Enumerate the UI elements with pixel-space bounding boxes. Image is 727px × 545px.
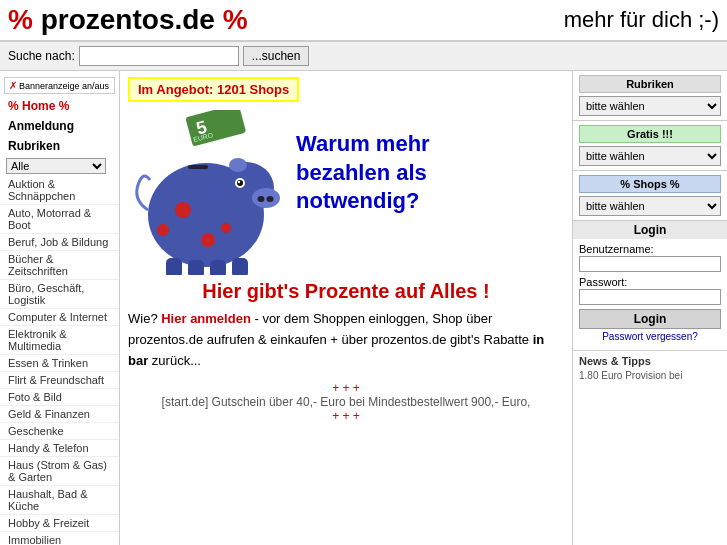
tagline: mehr für dich ;-) bbox=[564, 7, 719, 33]
description: Wie? Hier anmelden - vor dem Shoppen ein… bbox=[128, 309, 564, 371]
login-button[interactable]: Login bbox=[579, 309, 721, 329]
username-input[interactable] bbox=[579, 256, 721, 272]
username-label: Benutzername: bbox=[579, 243, 721, 255]
sidebar-nav-item[interactable]: Geschenke bbox=[0, 423, 119, 440]
svg-point-13 bbox=[175, 202, 191, 218]
gratis-dropdown[interactable]: bitte wählen bbox=[579, 146, 721, 166]
sidebar-nav-item[interactable]: Büro, Geschäft, Logistik bbox=[0, 280, 119, 309]
desc-end: zurück... bbox=[148, 353, 201, 368]
sidebar-nav-item[interactable]: Essen & Trinken bbox=[0, 355, 119, 372]
gratis-section-title: Gratis !!! bbox=[579, 125, 721, 143]
sidebar-nav-item[interactable]: Haushalt, Bad & Küche bbox=[0, 486, 119, 515]
sidebar-nav-item[interactable]: Hobby & Freizeit bbox=[0, 515, 119, 532]
sidebar: ✗ Banneranzeige an/aus % Home % Anmeldun… bbox=[0, 71, 120, 545]
sidebar-nav-item[interactable]: Beruf, Job & Bildung bbox=[0, 234, 119, 251]
svg-point-6 bbox=[258, 196, 265, 202]
home-link[interactable]: % Home % bbox=[0, 96, 119, 116]
forgot-password-link[interactable]: Passwort vergessen? bbox=[579, 331, 721, 342]
shops-dropdown[interactable]: bitte wählen bbox=[579, 196, 721, 216]
logo-percent2: % bbox=[223, 4, 248, 35]
search-button[interactable]: ...suchen bbox=[243, 46, 310, 66]
svg-rect-19 bbox=[210, 260, 226, 275]
logo-percent1: % bbox=[8, 4, 33, 35]
svg-point-15 bbox=[157, 224, 169, 236]
svg-point-16 bbox=[221, 223, 231, 233]
voucher-plus2: + + + bbox=[128, 409, 564, 423]
sidebar-nav-item[interactable]: Immobilien bbox=[0, 532, 119, 545]
svg-point-10 bbox=[238, 181, 240, 183]
svg-point-11 bbox=[229, 158, 247, 172]
banner-toggle[interactable]: ✗ Banneranzeige an/aus bbox=[4, 77, 115, 94]
banner-toggle-label: Banneranzeige an/aus bbox=[19, 81, 109, 91]
header: % prozentos.de % mehr für dich ;-) bbox=[0, 0, 727, 42]
center-content: Im Angebot: 1201 Shops 5 EURO bbox=[120, 71, 572, 545]
rubrik-section-title: Rubriken bbox=[579, 75, 721, 93]
svg-point-9 bbox=[237, 180, 243, 186]
searchbar: Suche nach: ...suchen bbox=[0, 42, 727, 71]
logo-text: prozentos.de bbox=[33, 4, 223, 35]
shops-section: % Shops % bitte wählen bbox=[573, 171, 727, 221]
search-input[interactable] bbox=[79, 46, 239, 66]
search-label: Suche nach: bbox=[8, 49, 75, 63]
svg-point-5 bbox=[252, 188, 280, 208]
piggy-bank-image: 5 EURO bbox=[128, 110, 288, 270]
sidebar-nav-item[interactable]: Flirt & Freundschaft bbox=[0, 372, 119, 389]
offer-banner: Im Angebot: 1201 Shops bbox=[128, 77, 299, 102]
rubrik-label: Rubriken bbox=[0, 136, 119, 156]
voucher-area: + + + [start.de] Gutschein über 40,- Eur… bbox=[128, 381, 564, 423]
why-text: Warum mehrbezahlen alsnotwendig? bbox=[296, 110, 430, 216]
sidebar-nav-item[interactable]: Elektronik & Multimedia bbox=[0, 326, 119, 355]
shops-section-title: % Shops % bbox=[579, 175, 721, 193]
sidebar-nav-item[interactable]: Geld & Finanzen bbox=[0, 406, 119, 423]
hier-anmelden-link[interactable]: Hier anmelden bbox=[161, 311, 251, 326]
logo: % prozentos.de % bbox=[8, 4, 248, 36]
gratis-section: Gratis !!! bitte wählen bbox=[573, 121, 727, 171]
sidebar-nav-item[interactable]: Auktion & Schnäppchen bbox=[0, 176, 119, 205]
center-top: 5 EURO bbox=[128, 110, 564, 270]
rubrik-dropdown[interactable]: Alle bbox=[6, 158, 106, 174]
svg-rect-12 bbox=[188, 165, 208, 169]
main-slogan: Hier gibt's Prozente auf Alles ! bbox=[128, 280, 564, 303]
sidebar-nav-item[interactable]: Bücher & Zeitschriften bbox=[0, 251, 119, 280]
sidebar-nav-item[interactable]: Computer & Internet bbox=[0, 309, 119, 326]
svg-point-14 bbox=[201, 233, 215, 247]
rubrik-section: Rubriken bitte wählen bbox=[573, 71, 727, 121]
right-panel: Rubriken bitte wählen Gratis !!! bitte w… bbox=[572, 71, 727, 545]
anmeldung-label: Anmeldung bbox=[0, 116, 119, 136]
voucher-text: [start.de] Gutschein über 40,- Euro bei … bbox=[128, 395, 564, 409]
sidebar-nav-item[interactable]: Haus (Strom & Gas) & Garten bbox=[0, 457, 119, 486]
svg-rect-18 bbox=[188, 260, 204, 275]
news-section: News & Tipps 1.80 Euro Provision bei bbox=[573, 350, 727, 385]
svg-point-7 bbox=[267, 196, 274, 202]
sidebar-nav: Auktion & SchnäppchenAuto, Motorrad & Bo… bbox=[0, 176, 119, 545]
main-layout: ✗ Banneranzeige an/aus % Home % Anmeldun… bbox=[0, 71, 727, 545]
sidebar-nav-item[interactable]: Handy & Telefon bbox=[0, 440, 119, 457]
rubrik-right-dropdown[interactable]: bitte wählen bbox=[579, 96, 721, 116]
svg-rect-20 bbox=[232, 258, 248, 275]
sidebar-nav-item[interactable]: Foto & Bild bbox=[0, 389, 119, 406]
login-title: Login bbox=[573, 221, 727, 239]
password-label: Passwort: bbox=[579, 276, 721, 288]
news-title: News & Tipps bbox=[579, 355, 721, 367]
login-section: Login Benutzername: Passwort: Login Pass… bbox=[573, 221, 727, 346]
svg-rect-17 bbox=[166, 258, 182, 275]
password-input[interactable] bbox=[579, 289, 721, 305]
sidebar-nav-item[interactable]: Auto, Motorrad & Boot bbox=[0, 205, 119, 234]
voucher-plus1: + + + bbox=[128, 381, 564, 395]
news-content: 1.80 Euro Provision bei bbox=[579, 370, 721, 381]
desc-prefix: Wie? bbox=[128, 311, 161, 326]
